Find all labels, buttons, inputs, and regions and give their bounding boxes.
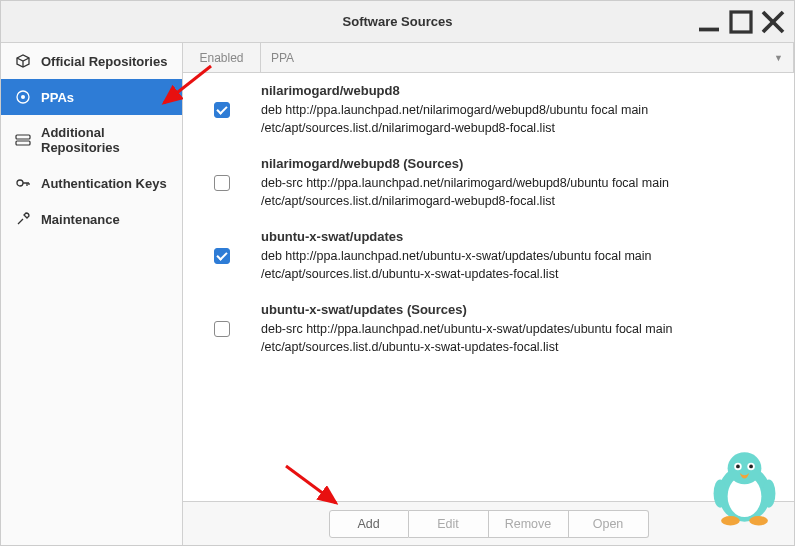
- edit-button[interactable]: Edit: [409, 510, 489, 538]
- table-row[interactable]: ubuntu-x-swat/updates (Sources)deb-src h…: [183, 292, 794, 365]
- table-row[interactable]: nilarimogard/webupd8 (Sources)deb-src ht…: [183, 146, 794, 219]
- ppa-name: ubuntu-x-swat/updates (Sources): [261, 300, 784, 320]
- sidebar-item-maintenance[interactable]: Maintenance: [1, 201, 182, 237]
- svg-point-21: [762, 480, 775, 508]
- row-check-cell: [183, 225, 261, 286]
- enable-checkbox[interactable]: [214, 248, 230, 264]
- svg-point-20: [714, 480, 727, 508]
- button-bar: Add Edit Remove Open: [183, 501, 794, 545]
- table-row[interactable]: ubuntu-x-swat/updatesdeb http://ppa.laun…: [183, 219, 794, 292]
- svg-point-19: [749, 516, 768, 525]
- tools-icon: [15, 211, 31, 227]
- row-info-cell: ubuntu-x-swat/updates (Sources)deb-src h…: [261, 298, 794, 359]
- minimize-button[interactable]: [694, 8, 724, 36]
- svg-rect-7: [16, 141, 30, 145]
- ppa-line: deb-src http://ppa.launchpad.net/nilarim…: [261, 174, 784, 193]
- add-button[interactable]: Add: [329, 510, 409, 538]
- sidebar-item-official-repositories[interactable]: Official Repositories: [1, 43, 182, 79]
- sidebar-item-label: Official Repositories: [41, 54, 167, 69]
- repos-icon: [15, 132, 31, 148]
- row-info-cell: nilarimogard/webupd8 (Sources)deb-src ht…: [261, 152, 794, 213]
- row-check-cell: [183, 152, 261, 213]
- enable-checkbox[interactable]: [214, 321, 230, 337]
- disc-icon: [15, 89, 31, 105]
- row-check-cell: [183, 79, 261, 140]
- svg-point-8: [17, 180, 23, 186]
- svg-point-13: [728, 452, 762, 484]
- sidebar-item-label: Additional Repositories: [41, 125, 168, 155]
- ppa-list: nilarimogard/webupd8deb http://ppa.launc…: [183, 73, 794, 501]
- ppa-name: nilarimogard/webupd8 (Sources): [261, 154, 784, 174]
- sidebar-item-authentication-keys[interactable]: Authentication Keys: [1, 165, 182, 201]
- key-icon: [15, 175, 31, 191]
- window-title: Software Sources: [343, 14, 453, 29]
- sidebar: Official Repositories PPAs Additional Re…: [1, 43, 183, 545]
- svg-point-5: [21, 95, 25, 99]
- window-controls: [694, 8, 788, 36]
- main-panel: Enabled PPA ▼ nilarimogard/webupd8deb ht…: [183, 43, 794, 545]
- open-button[interactable]: Open: [569, 510, 649, 538]
- ppa-file: /etc/apt/sources.list.d/ubuntu-x-swat-up…: [261, 338, 784, 357]
- package-icon: [15, 53, 31, 69]
- svg-point-17: [749, 465, 753, 469]
- sort-arrow-icon: ▼: [774, 53, 783, 63]
- ppa-line: deb http://ppa.launchpad.net/ubuntu-x-sw…: [261, 247, 784, 266]
- column-enabled[interactable]: Enabled: [183, 43, 261, 72]
- enable-checkbox[interactable]: [214, 102, 230, 118]
- sidebar-item-label: PPAs: [41, 90, 74, 105]
- remove-button[interactable]: Remove: [489, 510, 569, 538]
- row-check-cell: [183, 298, 261, 359]
- body: Official Repositories PPAs Additional Re…: [1, 43, 794, 545]
- ppa-name: nilarimogard/webupd8: [261, 81, 784, 101]
- column-ppa[interactable]: PPA ▼: [261, 43, 794, 72]
- ppa-line: deb-src http://ppa.launchpad.net/ubuntu-…: [261, 320, 784, 339]
- svg-rect-1: [731, 12, 751, 32]
- close-button[interactable]: [758, 8, 788, 36]
- ppa-file: /etc/apt/sources.list.d/nilarimogard-web…: [261, 192, 784, 211]
- window: Software Sources Official Repositories: [0, 0, 795, 546]
- sidebar-item-ppas[interactable]: PPAs: [1, 79, 182, 115]
- table-row[interactable]: nilarimogard/webupd8deb http://ppa.launc…: [183, 73, 794, 146]
- svg-rect-6: [16, 135, 30, 139]
- svg-point-15: [736, 465, 740, 469]
- titlebar: Software Sources: [1, 1, 794, 43]
- row-info-cell: nilarimogard/webupd8deb http://ppa.launc…: [261, 79, 794, 140]
- svg-point-18: [721, 516, 740, 525]
- enable-checkbox[interactable]: [214, 175, 230, 191]
- ppa-name: ubuntu-x-swat/updates: [261, 227, 784, 247]
- ppa-line: deb http://ppa.launchpad.net/nilarimogar…: [261, 101, 784, 120]
- sidebar-item-label: Authentication Keys: [41, 176, 167, 191]
- ppa-file: /etc/apt/sources.list.d/nilarimogard-web…: [261, 119, 784, 138]
- ppa-file: /etc/apt/sources.list.d/ubuntu-x-swat-up…: [261, 265, 784, 284]
- table-header: Enabled PPA ▼: [183, 43, 794, 73]
- sidebar-item-label: Maintenance: [41, 212, 120, 227]
- mascot-icon: [707, 442, 782, 527]
- row-info-cell: ubuntu-x-swat/updatesdeb http://ppa.laun…: [261, 225, 794, 286]
- maximize-button[interactable]: [726, 8, 756, 36]
- sidebar-item-additional-repositories[interactable]: Additional Repositories: [1, 115, 182, 165]
